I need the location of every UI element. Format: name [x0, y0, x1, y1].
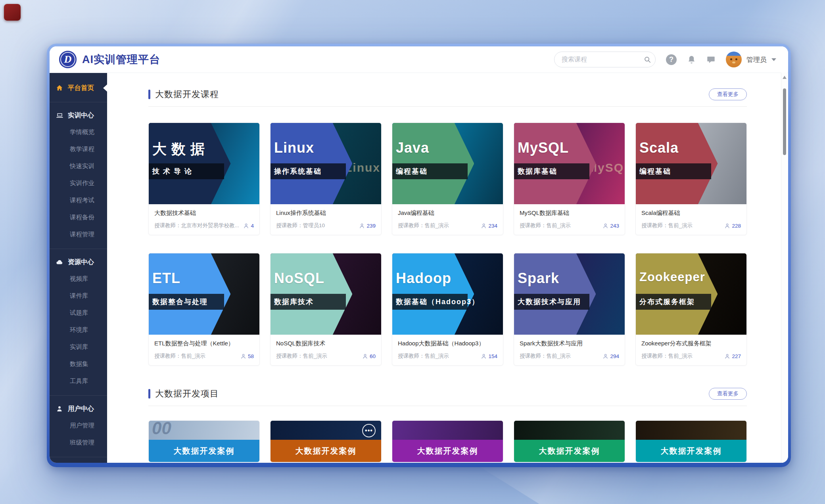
course-teacher: 授课教师：北京市对外贸易学校教... [154, 222, 240, 229]
course-title: Linux操作系统基础 [276, 209, 376, 217]
sidebar-item[interactable]: 系统设置 [50, 462, 107, 463]
course-student-count: 227 [724, 353, 741, 359]
sidebar-item-label: 资源中心 [68, 258, 94, 266]
course-teacher: 授课教师：售前_演示 [520, 222, 599, 229]
thumbnail-title: Hadoop [396, 270, 451, 287]
course-grid: 技 术 导 论大 数 据大数据技术基础授课教师：北京市对外贸易学校教...4Li… [148, 123, 747, 366]
course-card[interactable]: 编程基础ScalaScala编程基础授课教师：售前_演示228 [635, 123, 747, 235]
scrollbar[interactable] [781, 73, 787, 463]
course-card[interactable]: 数据整合与处理ETLETL数据整合与处理（Kettle）授课教师：售前_演示58 [148, 253, 260, 366]
user-name[interactable]: 管理员 [746, 55, 767, 64]
avatar[interactable] [726, 52, 742, 67]
sidebar-subitem[interactable]: 试题库 [50, 305, 107, 322]
course-teacher: 授课教师：售前_演示 [641, 353, 721, 360]
course-card[interactable]: 编程基础JavaJava编程基础授课教师：售前_演示234 [392, 123, 503, 235]
main-content: 大数据开发课程 查看更多 技 术 导 论大 数 据大数据技术基础授课教师：北京市… [107, 73, 788, 463]
sidebar-item[interactable]: 用户中心 [50, 401, 107, 417]
sidebar-subitem[interactable]: 数据集 [50, 356, 107, 373]
course-card[interactable]: Linux操作系统基础LinuxLinux操作系统基础授课教师：管理员10239 [270, 123, 382, 235]
course-thumbnail: 数据整合与处理ETL [149, 253, 259, 335]
project-grid: 00大数据开发案例•••大数据开发案例大数据开发案例大数据开发案例大数据开发案例 [148, 420, 747, 462]
project-banner: 大数据开发案例 [514, 440, 625, 462]
thumbnail-subtitle: 数据基础（Hadoop3） [392, 294, 468, 310]
search-input[interactable] [562, 56, 644, 63]
sidebar-subitem[interactable]: 班级管理 [50, 434, 107, 451]
search-box[interactable] [554, 52, 656, 67]
person-icon [602, 353, 608, 359]
person-icon [362, 353, 368, 359]
scroll-thumb[interactable] [783, 88, 786, 155]
sidebar-subitem[interactable]: 课件库 [50, 287, 107, 305]
course-student-count: 239 [359, 223, 376, 229]
sidebar-subitem[interactable]: 环境库 [50, 322, 107, 339]
project-thumbnail [636, 421, 746, 440]
sidebar-subitem[interactable]: 课程考试 [50, 192, 107, 209]
count-value: 4 [251, 223, 254, 229]
thumbnail-subtitle: 数据库技术 [271, 294, 346, 310]
help-icon[interactable]: ? [666, 54, 677, 65]
course-teacher: 授课教师：售前_演示 [641, 222, 721, 229]
app-title: AI实训管理平台 [82, 52, 160, 67]
sidebar-item[interactable]: 资源中心 [50, 254, 107, 270]
thumbnail-subtitle: 大数据技术与应用 [514, 294, 589, 310]
scroll-up-icon[interactable] [783, 76, 787, 79]
person-icon [481, 223, 487, 229]
sidebar-subitem[interactable]: 教学课程 [50, 141, 107, 158]
course-card[interactable]: 数据库技术NoSQLNoSQL数据库技术授课教师：售前_演示60 [270, 253, 382, 366]
course-card[interactable]: MySQ数据库基础MySQLMySQL数据库基础授课教师：售前_演示243 [514, 123, 625, 235]
thumbnail-subtitle: 编程基础 [636, 163, 711, 179]
sidebar-subitem[interactable]: 实训库 [50, 339, 107, 356]
course-teacher: 授课教师：售前_演示 [276, 353, 359, 360]
course-student-count: 228 [724, 223, 741, 229]
course-teacher: 授课教师：管理员10 [276, 222, 356, 229]
chevron-down-icon[interactable] [771, 58, 776, 61]
sidebar-subitem[interactable]: 学情概览 [50, 124, 107, 141]
course-meta: 授课教师：北京市对外贸易学校教...4 [154, 222, 254, 229]
count-value: 239 [366, 223, 376, 229]
sidebar-group: 用户中心用户管理班级管理 [50, 395, 107, 455]
bell-icon[interactable] [687, 55, 696, 64]
view-more-button[interactable]: 查看更多 [709, 88, 747, 100]
course-meta: 授课教师：售前_演示60 [276, 353, 376, 360]
project-card[interactable]: 大数据开发案例 [392, 420, 503, 462]
project-banner: 大数据开发案例 [149, 440, 259, 462]
sidebar-subitem[interactable]: 实训作业 [50, 175, 107, 192]
course-caption: Spark大数据技术与应用授课教师：售前_演示294 [514, 335, 625, 365]
course-meta: 授课教师：售前_演示243 [520, 222, 619, 229]
sidebar-subitem[interactable]: 用户管理 [50, 417, 107, 434]
sidebar-subitem[interactable]: 课程备份 [50, 209, 107, 226]
sidebar-subitem[interactable]: 课程管理 [50, 226, 107, 243]
project-card[interactable]: 大数据开发案例 [514, 420, 625, 462]
view-more-button[interactable]: 查看更多 [709, 388, 747, 400]
section-header-projects: 大数据开发项目 查看更多 [148, 388, 747, 400]
sidebar-group: 资源中心视频库课件库试题库环境库实训库数据集工具库 [50, 249, 107, 394]
section-accent-bar [148, 90, 150, 99]
sidebar-subitem[interactable]: 快速实训 [50, 158, 107, 175]
person-icon [724, 353, 730, 359]
thumbnail-subtitle: 数据整合与处理 [149, 294, 224, 310]
section-title: 大数据开发项目 [155, 388, 219, 400]
course-meta: 授课教师：售前_演示234 [398, 222, 497, 229]
person-icon [240, 353, 246, 359]
course-title: Zookeeper分布式服务框架 [641, 340, 741, 347]
thumbnail-subtitle: 数据库基础 [514, 163, 589, 179]
sidebar-subitem[interactable]: 视频库 [50, 270, 107, 287]
course-card[interactable]: 大数据技术与应用SparkSpark大数据技术与应用授课教师：售前_演示294 [514, 253, 625, 366]
project-card[interactable]: 大数据开发案例 [635, 420, 747, 462]
section-divider [148, 406, 747, 406]
course-card[interactable]: 分布式服务框架ZookeeperZookeeper分布式服务框架授课教师：售前_… [635, 253, 747, 366]
message-icon[interactable] [706, 55, 716, 64]
thumbnail-subtitle: 编程基础 [392, 163, 468, 179]
sidebar-subitem[interactable]: 工具库 [50, 373, 107, 390]
project-banner: 大数据开发案例 [636, 440, 746, 462]
ellipsis-icon: ••• [362, 424, 376, 437]
sidebar-item[interactable]: 实训中心 [50, 107, 107, 124]
search-icon[interactable] [644, 56, 651, 63]
project-card[interactable]: •••大数据开发案例 [270, 420, 382, 462]
course-card[interactable]: 技 术 导 论大 数 据大数据技术基础授课教师：北京市对外贸易学校教...4 [148, 123, 260, 235]
count-value: 58 [248, 353, 254, 359]
course-card[interactable]: 数据基础（Hadoop3）HadoopHadoop大数据基础（Hadoop3）授… [392, 253, 503, 366]
project-card[interactable]: 00大数据开发案例 [148, 420, 260, 462]
course-thumbnail: 数据库技术NoSQL [271, 253, 381, 335]
sidebar-item-active[interactable]: 平台首页 [50, 80, 107, 96]
